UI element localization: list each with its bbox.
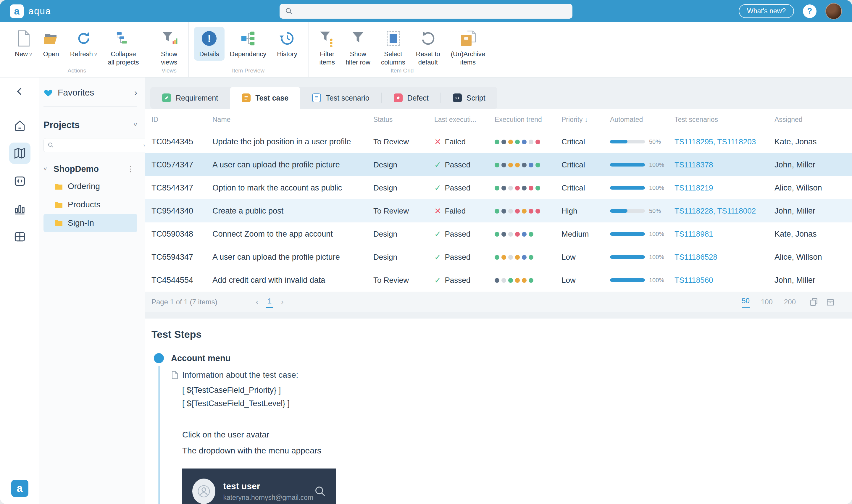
kebab-menu-icon[interactable]: ⋮ <box>125 164 137 174</box>
collapse-all-projects-icon <box>115 29 131 48</box>
test-scenario-link[interactable]: TS1118228 <box>674 206 713 215</box>
table-row-tc9544340[interactable]: TC9544340Create a public postTo Review✕F… <box>145 199 852 222</box>
column-header-execution-trend[interactable]: Execution trend <box>495 116 562 124</box>
copy-icon[interactable] <box>809 297 819 307</box>
page-size-200[interactable]: 200 <box>784 298 796 306</box>
test-scenario-link[interactable]: TS1118295 <box>674 137 713 146</box>
table-row-tc6594347[interactable]: TC6594347A user can upload the profile p… <box>145 246 852 269</box>
sidebar-folder-ordering[interactable]: Ordering <box>43 177 137 196</box>
projects-section-header[interactable]: Projects ˅ <box>43 120 137 130</box>
test-scenario-link[interactable]: TS1118560 <box>674 276 713 285</box>
ribbon-item-show-filter-row[interactable]: Show filter row <box>341 27 376 69</box>
test-scenario-link[interactable]: TS1118378 <box>674 160 713 169</box>
favorites-section[interactable]: Favorites › <box>43 88 137 97</box>
trend-dot <box>536 209 540 214</box>
ribbon-item-collapse-all-projects[interactable]: Collapse all projects <box>102 27 144 69</box>
ribbon-item-details[interactable]: !Details <box>194 27 224 61</box>
cell-id: TC8544347 <box>151 183 213 193</box>
prev-page-icon[interactable]: ‹ <box>256 298 258 306</box>
user-avatar[interactable] <box>826 3 842 19</box>
whats-new-button[interactable]: What's new? <box>739 4 794 18</box>
page-size-50[interactable]: 50 <box>742 297 750 308</box>
project-search-input[interactable] <box>57 141 143 149</box>
rail-item-reports[interactable] <box>9 198 31 219</box>
tab-test-case[interactable]: Test case <box>230 87 300 109</box>
column-header-automated[interactable]: Automated <box>610 116 674 124</box>
chevron-right-icon: › <box>134 88 137 97</box>
sidebar-folder-products[interactable]: Products <box>43 196 137 214</box>
page-size-100[interactable]: 100 <box>761 298 773 306</box>
trend-dot <box>515 186 520 191</box>
ribbon-item-un-archive-items[interactable]: (Un)Archive items <box>446 27 490 69</box>
progress-fill <box>610 255 645 259</box>
test-scenario-link[interactable]: TS11186528 <box>674 253 718 262</box>
ribbon-item-open[interactable]: Open <box>38 27 65 61</box>
cell-id: TC6594347 <box>151 253 213 262</box>
ribbon-item-select-columns[interactable]: Select columns <box>376 27 411 69</box>
project-node-root[interactable]: ˅ ShopDemo ⋮ <box>43 161 137 177</box>
ribbon-item-label: Refresh ˅ <box>70 50 97 59</box>
ribbon-item-dependency[interactable]: Dependency <box>224 27 272 61</box>
tab-defect[interactable]: Defect <box>382 87 440 109</box>
search-input[interactable] <box>296 7 567 16</box>
show-views-icon <box>161 29 178 48</box>
trend-dot <box>508 163 513 167</box>
trend-dot <box>508 140 513 144</box>
cell-last-execution: ✓Passed <box>434 183 495 193</box>
sidebar-folder-sign-in[interactable]: Sign-In <box>43 214 137 232</box>
test-scenario-link[interactable]: TS1118219 <box>674 183 713 192</box>
ribbon-item-new[interactable]: New ˅ <box>10 27 38 61</box>
cell-automated: 50% <box>610 208 674 214</box>
global-search[interactable] <box>279 4 573 19</box>
ribbon-group-actions: New ˅OpenRefresh ˅Collapse all projectsA… <box>4 22 150 77</box>
cell-test-scenarios: TS11186528 <box>674 253 775 262</box>
test-scenario-link[interactable]: TS1118203 <box>718 137 756 146</box>
column-header-status[interactable]: Status <box>373 116 434 124</box>
reports-icon <box>13 202 26 215</box>
next-page-icon[interactable]: › <box>281 298 284 306</box>
ribbon-item-label: History <box>277 50 297 58</box>
column-header-id[interactable]: ID <box>151 116 213 124</box>
cell-status: Design <box>373 160 434 169</box>
rail-item-projects[interactable] <box>9 143 31 164</box>
collapse-sidebar-button[interactable] <box>14 86 25 97</box>
table-row-tc0574347[interactable]: TC0574347A user can upload the profile p… <box>145 153 852 176</box>
rail-item-home[interactable] <box>9 115 31 136</box>
current-page[interactable]: 1 <box>266 296 273 308</box>
archive-icon[interactable] <box>826 297 835 307</box>
table-row-tc8544347[interactable]: TC8544347Option to mark the account as p… <box>145 176 852 199</box>
aqua-footer-logo-icon: a <box>11 480 29 497</box>
column-header-assigned[interactable]: Assigned <box>775 116 852 124</box>
table-row-tc0544345[interactable]: TC0544345Update the job position in a us… <box>145 130 852 153</box>
cell-automated: 100% <box>610 254 674 260</box>
ribbon-item-history[interactable]: History <box>272 27 302 61</box>
ribbon-item-reset-to-default[interactable]: Reset to default <box>411 27 446 69</box>
trend-dot <box>536 186 540 191</box>
column-header-priority[interactable]: Priority ↓ <box>562 116 610 124</box>
tab-requirement[interactable]: Requirement <box>150 87 230 109</box>
tab-script[interactable]: Script <box>441 87 497 109</box>
project-search-field[interactable]: ˅ <box>43 138 150 152</box>
trend-dot <box>495 140 500 144</box>
open-icon <box>43 29 59 48</box>
column-header-test-scenarios[interactable]: Test scenarios <box>674 116 775 124</box>
folder-icon <box>54 219 63 227</box>
test-scenario-link[interactable]: TS1118002 <box>718 206 756 215</box>
ribbon-item-filter-items[interactable]: Filter items <box>314 27 341 69</box>
column-header-name[interactable]: Name <box>213 116 373 124</box>
cell-last-execution: ✓Passed <box>434 160 495 170</box>
ribbon-item-show-views[interactable]: Show views <box>156 27 183 69</box>
test-scenario-link[interactable]: TS1118981 <box>674 230 713 238</box>
help-button[interactable]: ? <box>803 4 816 18</box>
column-header-last-executi[interactable]: Last executi... <box>434 116 495 124</box>
trend-dot <box>495 209 500 214</box>
rail-item-dashboard[interactable] <box>9 226 31 247</box>
cell-execution-trend <box>495 253 562 262</box>
ribbon-item-refresh[interactable]: Refresh ˅ <box>65 27 103 61</box>
table-row-tc4544554[interactable]: TC4544554Add credit card with invalid da… <box>145 269 852 292</box>
rail-item-execution[interactable] <box>9 170 31 192</box>
table-row-tc0590348[interactable]: TC0590348Connect Zoom to the app account… <box>145 222 852 246</box>
tab-test-scenario[interactable]: Test scenario <box>300 87 381 109</box>
reset-to-default-icon <box>420 29 436 48</box>
step-field-line: [ ${TestCaseField_TestLevel} ] <box>182 399 852 408</box>
